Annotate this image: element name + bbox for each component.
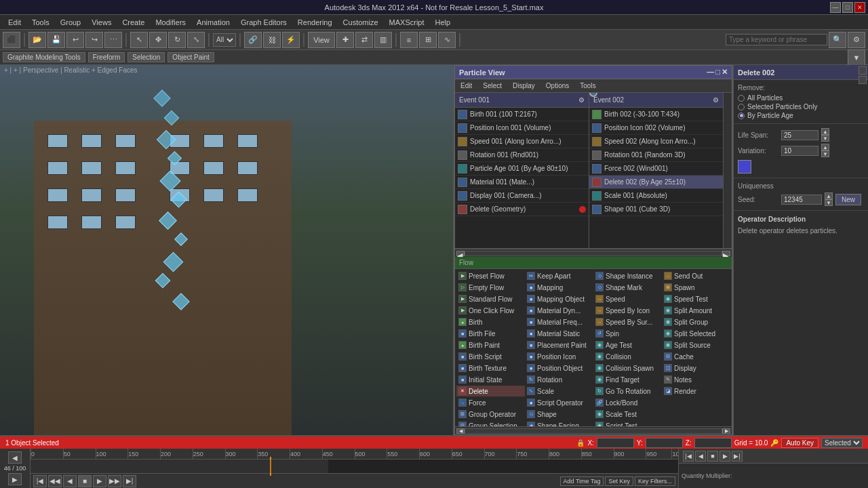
search-icon[interactable]: 🔍 — [829, 32, 846, 48]
pv-menu-edit[interactable]: Edit — [455, 79, 477, 92]
keyword-search[interactable] — [726, 34, 827, 45]
stop-btn[interactable]: ■ — [78, 475, 92, 487]
menu-views[interactable]: Views — [86, 15, 117, 29]
pv-minimize[interactable]: — — [707, 68, 714, 77]
goto-end-btn[interactable]: ▶| — [123, 475, 136, 487]
selection-tab[interactable]: Selection — [127, 52, 165, 62]
layer-icon[interactable]: ≡ — [400, 32, 418, 48]
menu-edit[interactable]: Edit — [3, 15, 26, 29]
op-display[interactable]: ◫ Display — [662, 363, 730, 374]
event-row[interactable]: Rotation 001 (Rnd001) — [455, 148, 589, 162]
op-one-click-flow[interactable]: ▶ One Click Flow — [456, 305, 525, 317]
op-material-freq[interactable]: ■ Material Freq... — [525, 317, 593, 328]
event-row[interactable]: Material 001 (Mate...) — [455, 176, 589, 189]
minimize-button[interactable]: — — [830, 2, 841, 13]
event-row[interactable]: Speed 002 (Along Icon Arro...) — [589, 135, 723, 148]
op-send-out[interactable]: → Send Out — [662, 270, 730, 282]
next-frame-btn[interactable]: ▶ — [8, 473, 22, 485]
menu-animation[interactable]: Animation — [191, 15, 235, 29]
op-birth-script[interactable]: ■ Birth Script — [456, 351, 525, 363]
op-birth[interactable]: ● Birth — [456, 317, 525, 328]
radio-all-particles[interactable]: All Particles — [738, 94, 864, 102]
goto-start-btn[interactable]: |◀ — [33, 475, 47, 487]
tl-goto-end[interactable]: ▶| — [732, 451, 743, 462]
op-empty-flow[interactable]: ▷ Empty Flow — [456, 282, 525, 293]
move-icon[interactable]: ✥ — [149, 32, 167, 48]
op-shape-facing[interactable]: ◈ Shape Facing — [525, 420, 593, 426]
new-seed-button[interactable]: New — [835, 194, 861, 205]
scroll-right-btn[interactable]: ▶ — [722, 251, 730, 256]
menu-maxscript[interactable]: MAXScript — [384, 15, 430, 29]
op-spawn[interactable]: ⊕ Spawn — [662, 282, 730, 293]
event-row[interactable]: Delete (Geometry) — [455, 203, 589, 216]
scale-icon[interactable]: ⤡ — [187, 32, 205, 48]
event-row[interactable]: Particle Age 001 (By Age 80±10) — [455, 162, 589, 176]
op-birth-paint[interactable]: ● Birth Paint — [456, 340, 525, 351]
select-icon[interactable]: ↖ — [130, 32, 148, 48]
graphite-tab[interactable]: Graphite Modeling Tools — [3, 52, 85, 62]
view-btn[interactable]: View — [308, 32, 335, 48]
event-row[interactable]: Force 002 (Wind001) — [589, 162, 723, 176]
menu-help[interactable]: Help — [430, 15, 456, 29]
op-speed[interactable]: → Speed — [593, 293, 662, 305]
mirror-icon[interactable]: ⇄ — [355, 32, 373, 48]
op-material-dyn[interactable]: ■ Material Dyn... — [525, 305, 593, 317]
set-key-btn[interactable]: Set Key — [605, 476, 633, 486]
seed-down[interactable]: ▼ — [825, 199, 833, 206]
events-scrollbar[interactable] — [724, 93, 732, 248]
redo-icon[interactable]: ↪ — [85, 32, 103, 48]
object-paint-tab[interactable]: Object Paint — [167, 52, 214, 62]
open-icon[interactable]: 📂 — [28, 32, 46, 48]
ribbon-icon[interactable]: ⊞ — [419, 32, 437, 48]
add-time-tag-btn[interactable]: Add Time Tag — [560, 476, 604, 486]
op-placement-paint[interactable]: ■ Placement Paint — [525, 340, 593, 351]
menu-group[interactable]: Group — [55, 15, 87, 29]
op-shape-mark[interactable]: ◇ Shape Mark — [593, 282, 662, 293]
scroll-left-palette[interactable]: ◀ — [456, 428, 465, 434]
radio-selected-only[interactable]: Selected Particles Only — [738, 103, 864, 110]
pv-menu-display[interactable]: Display — [507, 79, 540, 92]
menu-modifiers[interactable]: Modifiers — [150, 15, 191, 29]
z-input[interactable] — [694, 438, 732, 448]
timeline-bar[interactable] — [31, 460, 678, 473]
op-go-to-rotation[interactable]: ↻ Go To Rotation — [593, 386, 662, 397]
pv-menu-options[interactable]: Options — [540, 79, 574, 92]
menu-tools[interactable]: Tools — [26, 15, 55, 29]
menu-graph-editors[interactable]: Graph Editors — [235, 15, 292, 29]
op-delete[interactable]: ✕ Delete — [456, 386, 525, 397]
op-initial-state[interactable]: ■ Initial State — [456, 374, 525, 386]
lifespan-input[interactable] — [781, 130, 818, 140]
tl-goto-start[interactable]: |◀ — [683, 451, 694, 462]
side-icon-2[interactable] — [859, 76, 867, 84]
snap-icon[interactable]: ✚ — [336, 32, 354, 48]
event-002-settings-icon[interactable]: ⚙ — [713, 96, 719, 104]
op-group-operator[interactable]: ⊞ Group Operator — [456, 409, 525, 420]
seed-up[interactable]: ▲ — [825, 192, 833, 199]
unlink-icon[interactable]: ⛓ — [263, 32, 281, 48]
auto-key-button[interactable]: Auto Key — [781, 438, 818, 448]
op-collision[interactable]: ◉ Collision — [593, 351, 662, 363]
radio-by-age[interactable]: By Particle Age — [738, 112, 864, 119]
pv-close[interactable]: ✕ — [722, 68, 728, 77]
op-force[interactable]: → Force — [456, 397, 525, 409]
op-split-selected[interactable]: ◉ Split Selected — [662, 328, 730, 340]
prev-key-btn[interactable]: ◀◀ — [48, 475, 62, 487]
maximize-button[interactable]: □ — [842, 2, 853, 13]
next-key-btn[interactable]: ▶▶ — [108, 475, 121, 487]
op-position-icon[interactable]: ■ Position Icon — [525, 351, 593, 363]
menu-rendering[interactable]: Rendering — [292, 15, 338, 29]
save-icon[interactable]: 💾 — [47, 32, 65, 48]
op-shape[interactable]: ◇ Shape — [525, 409, 593, 420]
op-material-static[interactable]: ■ Material Static — [525, 328, 593, 340]
variation-up[interactable]: ▲ — [821, 144, 829, 150]
link-icon[interactable]: 🔗 — [244, 32, 262, 48]
x-input[interactable] — [597, 438, 634, 448]
op-scale-test[interactable]: ◉ Scale Test — [593, 409, 662, 420]
prev-frame-btn[interactable]: ◀ — [8, 451, 22, 464]
close-button[interactable]: ✕ — [854, 2, 865, 13]
undo-icon[interactable]: ↩ — [66, 32, 84, 48]
pv-menu-select[interactable]: Select — [477, 79, 507, 92]
op-collision-spawn[interactable]: ◉ Collision Spawn — [593, 363, 662, 374]
variation-down[interactable]: ▼ — [821, 150, 829, 157]
op-age-test[interactable]: ◉ Age Test — [593, 340, 662, 351]
